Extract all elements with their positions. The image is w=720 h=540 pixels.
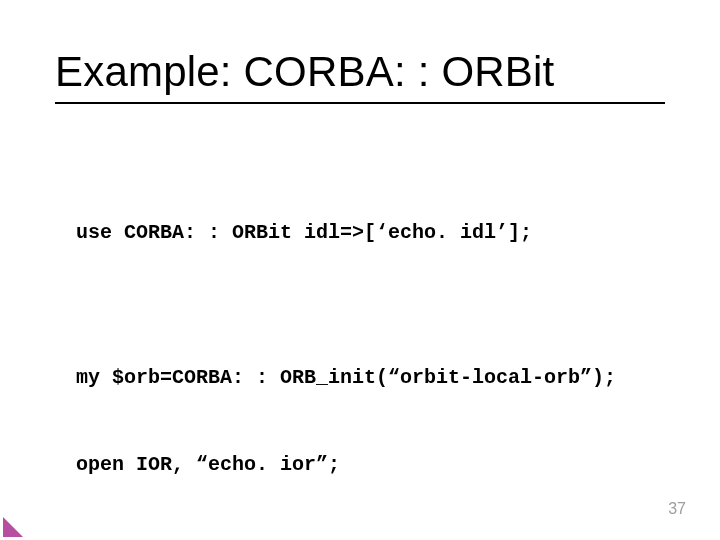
corner-decoration [3, 517, 23, 537]
title-container: Example: CORBA: : ORBit [55, 48, 665, 104]
slide: Example: CORBA: : ORBit use CORBA: : ORB… [0, 0, 720, 540]
page-number: 37 [668, 500, 686, 518]
slide-title: Example: CORBA: : ORBit [55, 48, 665, 96]
code-line: use CORBA: : ORBit idl=>[‘echo. idl’]; [76, 218, 660, 247]
code-line: open IOR, “echo. ior”; [76, 450, 660, 479]
code-block: use CORBA: : ORBit idl=>[‘echo. idl’]; m… [76, 160, 660, 540]
code-line: my $orb=CORBA: : ORB_init(“orbit-local-o… [76, 363, 660, 392]
